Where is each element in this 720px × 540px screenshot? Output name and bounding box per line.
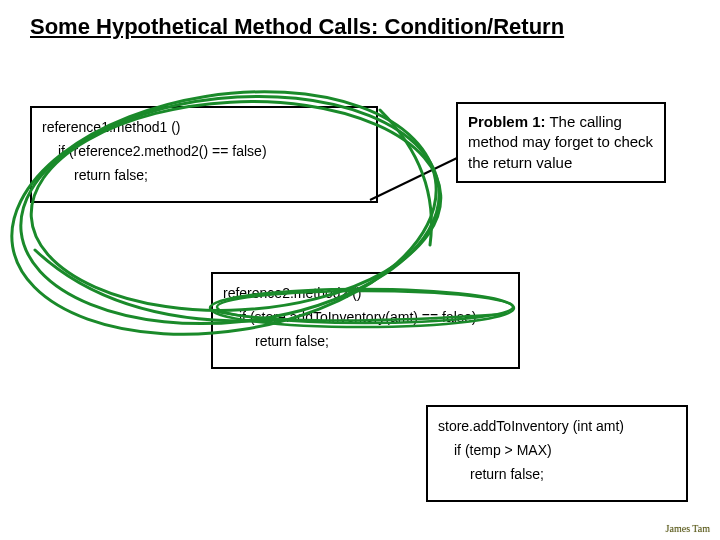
- page-title: Some Hypothetical Method Calls: Conditio…: [30, 14, 564, 40]
- box1-line2: return false;: [74, 164, 366, 188]
- box1-line1: if (reference2.method2() == false): [58, 140, 366, 164]
- box3-line2: return false;: [470, 463, 676, 487]
- code-box-2: reference2.method2 () if (store.addToInv…: [211, 272, 520, 369]
- box3-line1: if (temp > MAX): [454, 439, 676, 463]
- box1-signature: reference1.method1 (): [42, 116, 366, 140]
- box3-signature: store.addToInventory (int amt): [438, 415, 676, 439]
- code-box-1: reference1.method1 () if (reference2.met…: [30, 106, 378, 203]
- footer-credit: James Tam: [666, 523, 710, 534]
- box2-line2: return false;: [255, 330, 508, 354]
- box2-line1: if (store.addToInventory(amt) == false): [239, 306, 508, 330]
- problem-callout: Problem 1: The calling method may forget…: [456, 102, 666, 183]
- code-box-3: store.addToInventory (int amt) if (temp …: [426, 405, 688, 502]
- box2-signature: reference2.method2 (): [223, 282, 508, 306]
- svg-line-0: [370, 158, 457, 200]
- problem-label: Problem 1:: [468, 113, 546, 130]
